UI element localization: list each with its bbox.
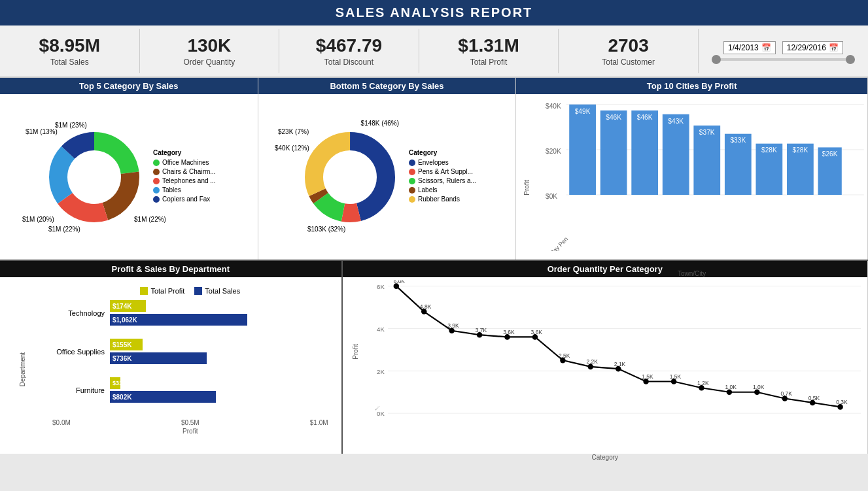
date-controls: 1/4/2013 📅 12/29/2016 📅 <box>699 36 868 66</box>
svg-text:0.5K: 0.5K <box>808 395 820 401</box>
svg-text:$20K: $20K <box>546 148 561 155</box>
charts-row1: Top 5 Category By Sales $1M (23%) $1M (1… <box>0 78 868 261</box>
svg-text:0.7K: 0.7K <box>780 390 792 397</box>
svg-text:$28K: $28K <box>761 146 777 154</box>
svg-text:$0K: $0K <box>546 193 557 200</box>
dept-row-furniture: Furniture $31K $802K <box>52 377 328 403</box>
bottom5-title: Bottom 5 Category By Sales <box>258 78 516 94</box>
charts-row2: Profit & Sales By Department Department … <box>0 261 868 454</box>
svg-text:May Pen: May Pen <box>548 235 569 251</box>
svg-text:0.3K: 0.3K <box>836 399 848 405</box>
svg-point-5 <box>71 154 117 200</box>
svg-text:$46K: $46K <box>606 114 622 121</box>
svg-text:3.6K: 3.6K <box>530 329 542 335</box>
metric-total-customer: 2703 Total Customer <box>559 29 699 73</box>
dept-row-technology: Technology $174K $1,062K <box>52 300 328 326</box>
svg-rect-20 <box>600 110 627 195</box>
report-title: SALES ANALYSIS REPORT <box>336 5 533 20</box>
dept-legend: Total Profit Total Sales <box>52 284 328 300</box>
svg-text:2.5K: 2.5K <box>559 352 570 359</box>
svg-text:$26K: $26K <box>822 150 838 158</box>
date-range-slider[interactable] <box>712 58 855 61</box>
svg-text:1.5K: 1.5K <box>642 373 653 380</box>
metric-total-sales: $8.95M Total Sales <box>0 29 140 73</box>
top5-donut-chart <box>42 125 147 229</box>
svg-text:0K: 0K <box>377 410 385 417</box>
svg-text:$33K: $33K <box>731 137 746 144</box>
bottom5-category-panel: Bottom 5 Category By Sales $148K (46%) $… <box>258 78 517 260</box>
order-qty-line-chart: 6K 4K 2K 0K 6.0K 4.8K 3.9K 3.7K 3.6K 3 <box>375 280 861 422</box>
bottom5-legend: Category Envelopes Pens & Art Suppl... S… <box>409 149 476 205</box>
top10-cities-panel: Top 10 Cities By Profit Profit $40K $20K… <box>516 78 868 260</box>
metric-order-qty: 130K Order Quantity <box>140 29 280 73</box>
svg-text:4.8K: 4.8K <box>419 303 431 310</box>
top10-title: Top 10 Cities By Profit <box>516 78 867 94</box>
cities-bar-chart: $40K $20K $0K $49K $46K $46K $43K <box>546 101 864 251</box>
svg-rect-26 <box>694 126 721 195</box>
svg-text:$46K: $46K <box>637 114 653 121</box>
svg-text:1.5K: 1.5K <box>669 373 681 380</box>
svg-text:$40K: $40K <box>546 102 561 109</box>
svg-text:$43K: $43K <box>668 117 684 124</box>
svg-text:1.2K: 1.2K <box>697 380 709 386</box>
svg-text:1.0K: 1.0K <box>725 384 737 390</box>
cities-y-label: Profit <box>523 180 530 195</box>
svg-text:6.0K: 6.0K <box>393 280 405 284</box>
svg-text:4K: 4K <box>377 326 385 333</box>
svg-rect-24 <box>663 114 689 195</box>
svg-text:2.1K: 2.1K <box>614 361 625 367</box>
page-header: SALES ANALYSIS REPORT <box>0 0 868 25</box>
svg-rect-18 <box>569 105 596 195</box>
date-end-input[interactable]: 12/29/2016 📅 <box>782 41 843 54</box>
metric-total-profit: $1.31M Total Profit <box>419 29 559 73</box>
svg-text:6K: 6K <box>377 283 385 290</box>
date-start-input[interactable]: 1/4/2013 📅 <box>723 41 776 54</box>
svg-text:3.9K: 3.9K <box>447 322 459 329</box>
dept-y-label: Department <box>19 352 26 386</box>
order-y-label: Profit <box>352 345 359 360</box>
dept-row-office: Office Supplies $155K $736K <box>52 339 328 364</box>
svg-text:$28K: $28K <box>793 146 808 154</box>
metric-total-discount: $467.79 Total Discount <box>279 29 419 73</box>
top5-legend: Category Office Machines Chairs & Chairm… <box>153 149 216 205</box>
metrics-bar: $8.95M Total Sales 130K Order Quantity $… <box>0 25 868 78</box>
calendar-icon-end[interactable]: 📅 <box>829 43 839 52</box>
order-qty-cat-panel: Order Quantity Per Category Profit 6K 4K… <box>343 261 868 454</box>
top5-title: Top 5 Category By Sales <box>0 78 258 94</box>
svg-text:$37K: $37K <box>699 129 715 136</box>
svg-text:$49K: $49K <box>575 108 591 115</box>
svg-text:3.7K: 3.7K <box>475 327 487 333</box>
svg-text:2K: 2K <box>377 368 385 375</box>
svg-rect-22 <box>632 110 659 195</box>
top5-donut-area: $1M (23%) $1M (13%) $1M (20%) $1M (22%) … <box>0 94 258 260</box>
dept-x-label: Profit <box>52 428 328 435</box>
calendar-icon[interactable]: 📅 <box>761 43 771 52</box>
order-x-label: Category <box>343 454 867 461</box>
svg-point-11 <box>327 154 373 200</box>
top5-category-panel: Top 5 Category By Sales $1M (23%) $1M (1… <box>0 78 258 260</box>
bottom5-donut-chart <box>298 125 402 229</box>
svg-text:2.2K: 2.2K <box>586 358 598 365</box>
cities-x-label: Town/City <box>516 270 867 277</box>
profit-dept-panel: Profit & Sales By Department Department … <box>0 261 343 454</box>
dept-x-axis: $0.0M$0.5M$1.0M <box>52 419 328 426</box>
svg-text:3.6K: 3.6K <box>503 329 515 335</box>
svg-text:1.0K: 1.0K <box>753 384 765 390</box>
bottom5-donut-area: $148K (46%) $23K (7%) $40K (12%) $103K (… <box>258 94 516 260</box>
profit-dept-title: Profit & Sales By Department <box>0 261 341 277</box>
